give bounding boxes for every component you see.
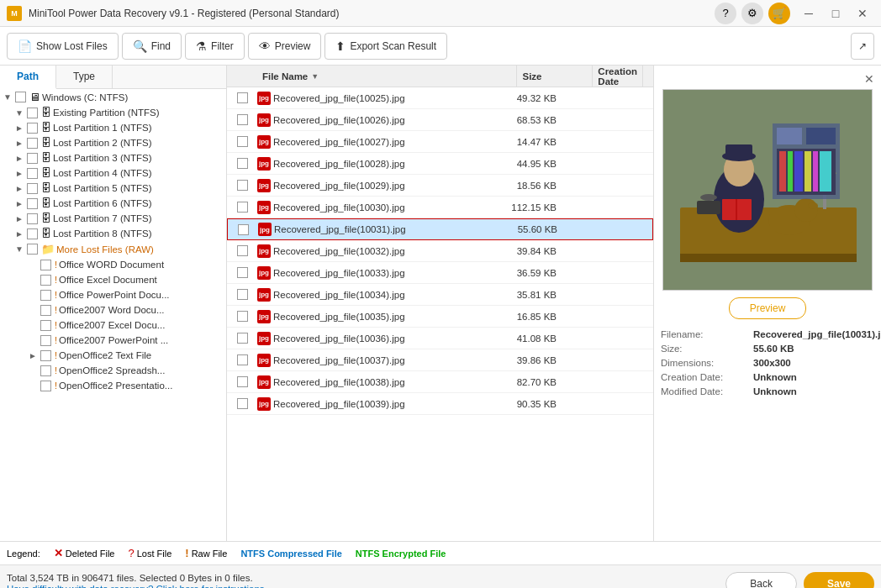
- tree-item-ooo-text[interactable]: ► ! OpenOffice2 Text File: [0, 348, 226, 363]
- tab-type[interactable]: Type: [56, 66, 113, 88]
- table-row[interactable]: jpg Recovered_jpg_file(10031).jpg 55.60 …: [227, 218, 653, 240]
- tree-item-lost5[interactable]: ► 🗄 Lost Partition 5 (NTFS): [0, 181, 226, 196]
- expand-icon[interactable]: [27, 289, 39, 301]
- expand-icon[interactable]: ►: [13, 167, 25, 179]
- table-row[interactable]: jpg Recovered_jpg_file(10025).jpg 49.32 …: [227, 87, 653, 109]
- expand-icon[interactable]: ►: [13, 197, 25, 209]
- tree-item-lost2[interactable]: ► 🗄 Lost Partition 2 (NTFS): [0, 135, 226, 150]
- tree-checkbox[interactable]: [27, 213, 38, 224]
- tree-checkbox[interactable]: [40, 260, 51, 270]
- row-checkbox[interactable]: [237, 333, 248, 344]
- tree-item-excel[interactable]: ! Office Excel Document: [0, 272, 226, 287]
- col-header-size[interactable]: Size: [517, 66, 593, 87]
- table-row[interactable]: jpg Recovered_jpg_file(10034).jpg 35.81 …: [227, 284, 653, 306]
- settings-icon[interactable]: ⚙: [741, 3, 763, 24]
- file-rows[interactable]: jpg Recovered_jpg_file(10025).jpg 49.32 …: [227, 87, 653, 541]
- tree-checkbox[interactable]: [27, 153, 38, 164]
- close-button[interactable]: ✕: [851, 2, 874, 25]
- cart-icon[interactable]: 🛒: [768, 3, 790, 24]
- tree-container[interactable]: ▼ 🖥 Windows (C: NTFS) ▼ 🗄 Existing Parti…: [0, 89, 226, 541]
- show-lost-files-button[interactable]: 📄 Show Lost Files: [7, 33, 119, 60]
- expand-icon[interactable]: ►: [13, 182, 25, 194]
- expand-icon[interactable]: ▼: [13, 244, 25, 255]
- tree-checkbox[interactable]: [27, 244, 38, 255]
- tree-checkbox[interactable]: [40, 381, 51, 391]
- tree-item-existing[interactable]: ▼ 🗄 Existing Partition (NTFS): [0, 105, 226, 120]
- table-row[interactable]: jpg Recovered_jpg_file(10026).jpg 68.53 …: [227, 109, 653, 131]
- row-checkbox[interactable]: [237, 92, 248, 103]
- tree-checkbox[interactable]: [27, 198, 38, 209]
- col-header-date[interactable]: Creation Date: [593, 66, 643, 87]
- tree-item-ooo-presentation[interactable]: ! OpenOffice2 Presentatio...: [0, 378, 226, 393]
- back-button[interactable]: Back: [725, 572, 797, 589]
- tree-item-lost1[interactable]: ► 🗄 Lost Partition 1 (NTFS): [0, 120, 226, 135]
- expand-icon[interactable]: ►: [13, 152, 25, 164]
- tree-checkbox[interactable]: [27, 228, 38, 239]
- tree-checkbox[interactable]: [15, 92, 26, 102]
- row-checkbox[interactable]: [237, 245, 248, 256]
- expand-icon[interactable]: ►: [27, 349, 39, 361]
- tree-item-ppt[interactable]: ! Office PowerPoint Docu...: [0, 287, 226, 302]
- find-button[interactable]: 🔍 Find: [122, 33, 182, 60]
- preview-close-button[interactable]: ✕: [661, 72, 874, 86]
- expand-icon[interactable]: [27, 334, 39, 346]
- export-scan-result-button[interactable]: ⬆ Export Scan Result: [324, 33, 447, 60]
- table-row[interactable]: jpg Recovered_jpg_file(10038).jpg 82.70 …: [227, 371, 653, 393]
- tree-item-word[interactable]: ! Office WORD Document: [0, 257, 226, 272]
- tree-checkbox[interactable]: [40, 275, 51, 286]
- tree-item-lost7[interactable]: ► 🗄 Lost Partition 7 (NTFS): [0, 211, 226, 226]
- tree-item-lost3[interactable]: ► 🗄 Lost Partition 3 (NTFS): [0, 150, 226, 165]
- row-checkbox[interactable]: [237, 180, 248, 191]
- row-checkbox[interactable]: [237, 267, 248, 278]
- preview-toolbar-button[interactable]: 👁 Preview: [248, 33, 322, 60]
- tree-item-lost8[interactable]: ► 🗄 Lost Partition 8 (NTFS): [0, 226, 226, 241]
- preview-button[interactable]: Preview: [729, 297, 807, 319]
- row-checkbox[interactable]: [237, 311, 248, 322]
- help-icon[interactable]: ?: [715, 3, 736, 24]
- tree-checkbox[interactable]: [40, 365, 51, 376]
- expand-icon[interactable]: [27, 274, 39, 286]
- tree-checkbox[interactable]: [27, 108, 38, 118]
- table-row[interactable]: jpg Recovered_jpg_file(10037).jpg 39.86 …: [227, 349, 653, 371]
- row-checkbox[interactable]: [237, 398, 248, 409]
- expand-icon[interactable]: ▼: [2, 92, 13, 103]
- table-row[interactable]: jpg Recovered_jpg_file(10039).jpg 90.35 …: [227, 393, 653, 415]
- minimize-button[interactable]: ─: [797, 2, 820, 25]
- row-checkbox[interactable]: [237, 114, 248, 125]
- tree-item-lost4[interactable]: ► 🗄 Lost Partition 4 (NTFS): [0, 165, 226, 181]
- tree-item-lost6[interactable]: ► 🗄 Lost Partition 6 (NTFS): [0, 196, 226, 211]
- tree-item-more-lost[interactable]: ▼ 📁 More Lost Files (RAW): [0, 241, 226, 257]
- table-row[interactable]: jpg Recovered_jpg_file(10033).jpg 36.59 …: [227, 262, 653, 284]
- col-header-name[interactable]: File Name ▼: [257, 66, 518, 87]
- row-checkbox[interactable]: [237, 136, 248, 147]
- expand-icon[interactable]: [27, 304, 39, 316]
- row-checkbox[interactable]: [237, 289, 248, 300]
- tree-item-ooo-spreadsheet[interactable]: ! OpenOffice2 Spreadsh...: [0, 363, 226, 378]
- row-checkbox[interactable]: [237, 376, 248, 387]
- expand-icon[interactable]: [27, 365, 39, 376]
- tree-checkbox[interactable]: [40, 335, 51, 346]
- tree-checkbox[interactable]: [40, 305, 51, 316]
- help-link[interactable]: Have difficulty with data recovery? Clic…: [7, 584, 267, 589]
- expand-icon[interactable]: ►: [13, 213, 25, 224]
- expand-icon[interactable]: ►: [13, 122, 25, 134]
- row-checkbox[interactable]: [237, 202, 248, 213]
- row-checkbox[interactable]: [237, 354, 248, 365]
- row-checkbox[interactable]: [237, 158, 248, 169]
- table-row[interactable]: jpg Recovered_jpg_file(10035).jpg 16.85 …: [227, 306, 653, 328]
- table-row[interactable]: jpg Recovered_jpg_file(10028).jpg 44.95 …: [227, 153, 653, 175]
- maximize-button[interactable]: □: [824, 2, 847, 25]
- expand-icon[interactable]: [27, 319, 39, 331]
- tree-checkbox[interactable]: [27, 168, 38, 179]
- expand-icon[interactable]: ▼: [13, 107, 25, 118]
- table-row[interactable]: jpg Recovered_jpg_file(10029).jpg 18.56 …: [227, 175, 653, 197]
- tree-checkbox[interactable]: [27, 123, 38, 134]
- tree-item-excel2007[interactable]: ! Office2007 Excel Docu...: [0, 318, 226, 333]
- share-button[interactable]: ↗: [851, 33, 874, 60]
- tab-path[interactable]: Path: [0, 66, 56, 89]
- expand-icon[interactable]: ►: [13, 137, 25, 149]
- expand-icon[interactable]: [27, 259, 39, 270]
- table-row[interactable]: jpg Recovered_jpg_file(10032).jpg 39.84 …: [227, 240, 653, 262]
- expand-icon[interactable]: ►: [13, 228, 25, 239]
- table-row[interactable]: jpg Recovered_jpg_file(10036).jpg 41.08 …: [227, 328, 653, 349]
